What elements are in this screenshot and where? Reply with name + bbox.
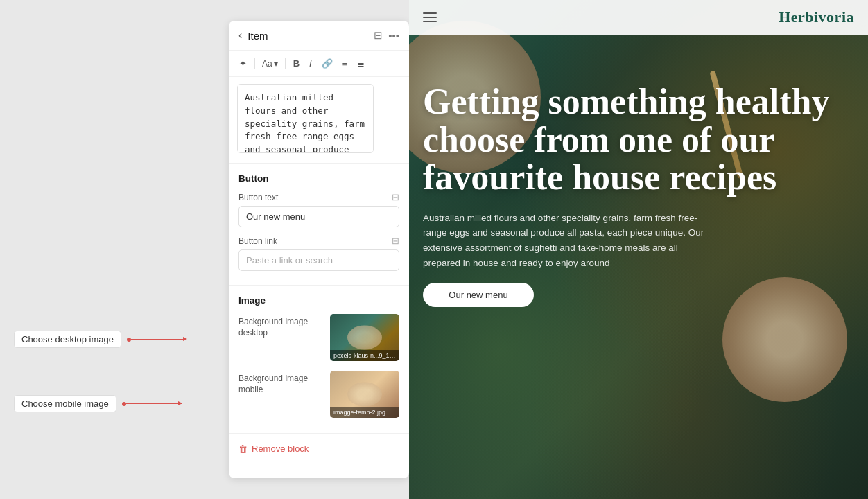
editor-panel: ‹ Item ⊟ ••• ✦ Aa ▾ B [229,21,409,478]
preview-area: Herbivoria Getting something healthy cho… [409,0,868,499]
desktop-badge: Choose desktop image [14,331,121,348]
hamburger-line-1 [423,12,437,14]
toolbar-divider-2 [285,58,286,69]
font-size-label: Aa [262,59,272,69]
desktop-annotation: Choose desktop image [14,331,186,348]
panel-title: Item [248,30,268,42]
bullet-list-icon: ≡ [342,58,348,69]
trash-icon: 🗑 [238,444,248,454]
panel-header-right: ⊟ ••• [374,29,399,42]
button-text-label: Button text ⊟ [238,192,399,202]
button-link-label: Button link ⊟ [238,236,399,246]
ellipsis-icon: ••• [388,30,399,42]
database-icon-button[interactable]: ⊟ [374,29,383,42]
button-text-input[interactable] [238,206,399,227]
panel-header: ‹ Item ⊟ ••• [229,21,409,51]
hero-description: Australian milled flours and other speci… [423,211,714,270]
button-section: Button Button text ⊟ Button link ⊟ [229,163,409,285]
bold-button[interactable]: B [290,56,303,71]
mobile-badge: Choose mobile image [14,395,116,412]
database-icon-link: ⊟ [392,236,399,246]
ordered-list-button[interactable]: ≣ [354,56,368,71]
hamburger-line-3 [423,21,437,22]
mobile-image-thumb[interactable]: imagge-temp-2.jpg [330,371,399,418]
mobile-image-label: Background image mobile [238,371,330,395]
database-icon: ⊟ [374,29,383,41]
chevron-down-icon: ▾ [274,59,278,69]
magic-icon: ✦ [239,58,247,69]
bold-icon: B [293,58,300,69]
editor-toolbar: ✦ Aa ▾ B I 🔗 ≡ ≣ [229,51,409,77]
ordered-list-icon: ≣ [357,58,365,69]
annotation-arrow-mobile [126,403,182,404]
mobile-annotation: Choose mobile image [14,395,182,412]
button-link-field-group: Button link ⊟ [238,236,399,271]
annotation-line-desktop [127,338,186,342]
remove-block-label: Remove block [252,444,309,454]
button-link-input[interactable] [238,250,399,271]
image-section: Image Background image desktop pexels-kl… [229,285,409,433]
mobile-image-row: Background image mobile imagge-temp-2.jp… [238,371,399,418]
hero-content: Getting something healthy choose from on… [423,83,854,307]
hamburger-menu-icon[interactable] [423,12,437,22]
button-text-field-group: Button text ⊟ [238,192,399,227]
annotation-arrow-desktop [131,339,186,340]
italic-icon: I [309,58,312,69]
desktop-image-label: Background image desktop [238,314,330,338]
annotation-area: Choose desktop image Choose mobile image [0,0,229,499]
annotation-line-mobile [122,402,182,406]
link-icon: 🔗 [322,58,333,69]
database-icon-text: ⊟ [392,192,399,202]
body-text-editor[interactable]: Australian milled flours and other speci… [237,84,374,153]
hero-cta-button[interactable]: Our new menu [423,283,534,307]
desktop-image-row: Background image desktop pexels-klaus-n.… [238,314,399,361]
image-section-title: Image [238,295,399,306]
back-button[interactable]: ‹ [238,29,242,42]
desktop-image-filename: pexels-klaus-n...9_1_2.jpg [330,350,399,361]
remove-block-button[interactable]: 🗑 Remove block [229,433,409,464]
brand-name: Herbivoria [779,8,854,26]
italic-button[interactable]: I [306,56,315,71]
button-section-title: Button [238,173,399,184]
font-size-selector[interactable]: Aa ▾ [259,58,281,70]
mobile-image-filename: imagge-temp-2.jpg [330,407,399,418]
bullet-list-button[interactable]: ≡ [339,56,351,71]
toolbar-divider-1 [254,58,255,69]
hero-headline: Getting something healthy choose from on… [423,83,854,197]
preview-browser-chrome: Herbivoria [409,0,868,35]
link-button[interactable]: 🔗 [318,56,336,71]
magic-button[interactable]: ✦ [236,56,250,71]
panel-header-left: ‹ Item [238,29,268,42]
food-detail-desktop [347,326,382,350]
desktop-image-thumb[interactable]: pexels-klaus-n...9_1_2.jpg [330,314,399,361]
hamburger-line-2 [423,17,437,18]
food-detail-mobile [347,383,382,407]
more-options-button[interactable]: ••• [388,30,399,42]
panel-body: ✦ Aa ▾ B I 🔗 ≡ ≣ Austra [229,51,409,478]
